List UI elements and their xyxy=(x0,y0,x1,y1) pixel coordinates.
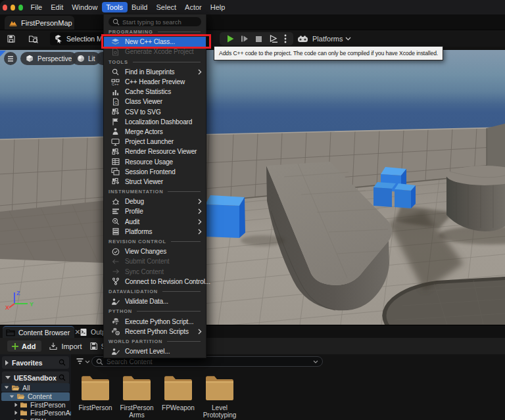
section-header-label: TOOLS xyxy=(108,59,128,65)
minimize-window-button[interactable] xyxy=(11,5,15,11)
close-window-button[interactable] xyxy=(3,5,7,11)
menubar-item-actor[interactable]: Actor xyxy=(181,2,206,12)
menu-item-audit[interactable]: Audit xyxy=(104,217,206,227)
menu-item-label: Validate Data... xyxy=(125,298,168,305)
zoom-window-button[interactable] xyxy=(18,5,23,11)
perspective-dropdown[interactable]: Perspective xyxy=(20,52,77,65)
menu-item-recent-python-scripts[interactable]: Recent Python Scripts xyxy=(104,327,206,337)
project-header[interactable]: UE5Sandbox xyxy=(2,371,69,384)
menu-item-render-resource-viewer[interactable]: Render Resource Viewer xyxy=(104,147,206,156)
menu-item-submit-content[interactable]: Submit Content xyxy=(104,256,206,266)
menubar-item-edit[interactable]: Edit xyxy=(47,2,68,12)
folder-level-prototyping[interactable]: Level Prototyping xyxy=(201,373,238,419)
save-search-icon[interactable] xyxy=(313,360,318,363)
table-icon xyxy=(111,158,120,166)
tree-label: FirstPersonArr xyxy=(30,409,71,417)
menu-item-session-frontend[interactable]: Session Frontend xyxy=(104,167,206,177)
launch-button[interactable] xyxy=(269,35,278,43)
stop-button[interactable] xyxy=(255,35,262,43)
menu-search-input[interactable]: Start typing to search xyxy=(108,17,201,26)
menu-item-merge-actors[interactable]: Merge Actors xyxy=(104,127,206,137)
play-button[interactable] xyxy=(226,34,235,43)
menubar-item-tools[interactable]: Tools xyxy=(102,2,128,12)
viewport-menu-button[interactable] xyxy=(4,52,17,65)
viewport-3d[interactable]: Z Y X Perspective Lit xyxy=(0,47,505,325)
menu-item-view-changes[interactable]: View Changes xyxy=(104,246,206,256)
menu-item-connect-to-revision-control[interactable]: Connect to Revision Control... xyxy=(104,277,206,287)
project-search-icon[interactable] xyxy=(59,374,66,381)
menubar-item-build[interactable]: Build xyxy=(128,2,152,12)
tree-item-fpweapon[interactable]: FPWeapon xyxy=(1,417,70,420)
content-browser-body: Favorites UE5Sandbox All Content xyxy=(0,354,505,420)
menu-item-label: Submit Content xyxy=(125,258,170,265)
folder-fpweapon[interactable]: FPWeapon xyxy=(160,373,197,419)
tree-item-firstperson[interactable]: FirstPerson xyxy=(1,400,70,409)
section-header-label: REVISION CONTROL xyxy=(108,239,166,245)
menu-item-class-viewer[interactable]: CClass Viewer xyxy=(104,97,206,106)
level-tab[interactable]: FirstPersonMap xyxy=(5,16,74,30)
tree-item-firstpersonarms[interactable]: FirstPersonArr xyxy=(1,409,70,417)
menu-item-platforms[interactable]: Platforms xyxy=(104,227,206,237)
menu-item-cache-statistics[interactable]: Cache Statistics xyxy=(104,87,206,97)
tree-expand-icon[interactable] xyxy=(10,395,14,398)
collapse-triangle-icon[interactable] xyxy=(5,376,11,379)
menu-section-header: REVISION CONTROL xyxy=(104,237,206,246)
menu-item-struct-viewer[interactable]: Struct Viewer xyxy=(104,177,206,187)
section-rule xyxy=(171,241,201,242)
menu-item-execute-python-script[interactable]: Execute Python Script... xyxy=(104,316,206,326)
favorites-label: Favorites xyxy=(12,359,59,367)
browse-content-button[interactable] xyxy=(28,33,39,45)
menu-item-profile[interactable]: Profile xyxy=(104,206,206,216)
tooltip: Adds C++ code to the project. The code c… xyxy=(214,46,443,60)
tree-label: Content xyxy=(28,392,52,400)
selection-mode-dropdown[interactable]: Selection Mo xyxy=(50,32,109,45)
import-button[interactable]: Import xyxy=(49,342,82,350)
menu-item-sync-content[interactable]: Sync Content xyxy=(104,267,206,277)
filter-chevron-icon[interactable] xyxy=(85,360,90,363)
menu-item-find-in-blueprints[interactable]: Find in Blueprints xyxy=(104,67,206,77)
menu-item-csv-to-svg[interactable]: CSV to SVG xyxy=(104,107,206,117)
annotation-red-box xyxy=(101,34,211,49)
blue-cube-left[interactable] xyxy=(205,195,245,238)
menu-item-convert-level[interactable]: Convert Level... xyxy=(104,346,206,356)
lit-label: Lit xyxy=(88,55,95,62)
level-icon xyxy=(9,18,18,27)
favorites-header[interactable]: Favorites xyxy=(2,356,69,369)
menubar-item-file[interactable]: File xyxy=(26,2,47,12)
menubar-item-select[interactable]: Select xyxy=(152,2,181,12)
folder-firstperson-arms[interactable]: FirstPerson Arms xyxy=(118,373,155,419)
folder-open-icon xyxy=(16,393,25,400)
expand-triangle-icon[interactable] xyxy=(5,360,9,365)
tree-expand-icon[interactable] xyxy=(15,402,18,406)
filter-icon[interactable] xyxy=(76,358,84,365)
svg-text:C++: C++ xyxy=(112,82,118,86)
editor-titlebar: FirstPersonMap xyxy=(0,14,505,30)
menu-item-localization-dashboard[interactable]: Localization Dashboard xyxy=(104,117,206,127)
section-header-label: WORLD PARTITION xyxy=(108,338,162,344)
menu-item-project-launcher[interactable]: Project Launcher xyxy=(104,137,206,147)
save-icon xyxy=(89,342,98,350)
menu-item-label: Render Resource Viewer xyxy=(125,148,197,155)
tree-item-all[interactable]: All xyxy=(1,383,70,392)
menu-item-debug[interactable]: Debug xyxy=(104,197,206,206)
tree-expand-icon[interactable] xyxy=(5,386,9,389)
menu-item-resource-usage[interactable]: Resource Usage xyxy=(104,156,206,166)
save-level-button[interactable] xyxy=(5,33,17,45)
content-browser-tab-label: Content Browser xyxy=(18,329,70,337)
tree-expand-icon[interactable] xyxy=(15,411,18,415)
menubar-item-help[interactable]: Help xyxy=(206,2,229,12)
menu-item-validate-data[interactable]: Validate Data... xyxy=(104,296,206,306)
add-button[interactable]: Add xyxy=(7,340,41,352)
flag-icon xyxy=(111,118,120,126)
play-options-button[interactable] xyxy=(284,34,287,43)
menu-item-c-header-preview[interactable]: C++C++ Header Preview xyxy=(104,77,206,87)
favorites-search-icon[interactable] xyxy=(59,359,66,366)
tree-item-content[interactable]: Content xyxy=(1,392,70,401)
person-check-icon xyxy=(111,347,120,356)
skip-frame-button[interactable] xyxy=(241,35,249,43)
menubar-item-window[interactable]: Window xyxy=(68,2,102,12)
platforms-dropdown[interactable]: Platforms xyxy=(297,32,351,45)
import-label: Import xyxy=(61,342,82,350)
tab-content-browser[interactable]: Content Browser ✕ xyxy=(3,326,74,338)
folder-firstperson[interactable]: FirstPerson xyxy=(77,373,114,419)
